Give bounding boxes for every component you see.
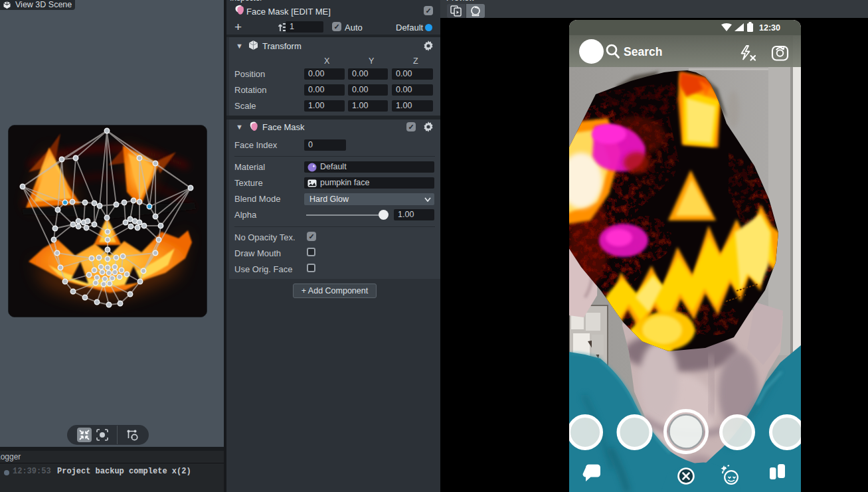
svg-text:Search: Search xyxy=(624,45,662,58)
svg-text:12:30: 12:30 xyxy=(759,23,780,33)
